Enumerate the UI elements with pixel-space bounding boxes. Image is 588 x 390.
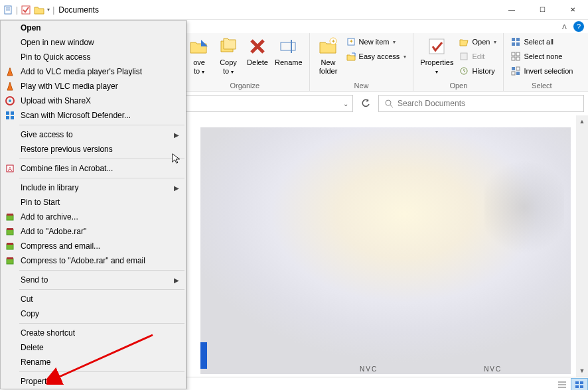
refresh-button[interactable] (357, 95, 374, 112)
svg-text:✦: ✦ (331, 38, 335, 44)
svg-rect-19 (512, 57, 515, 60)
select-none-button[interactable]: Select none (508, 49, 575, 64)
menu-upload-sharex[interactable]: Upload with ShareX (1, 94, 186, 108)
menu-open-new-window[interactable]: Open in new window (1, 35, 186, 50)
chevron-down-icon[interactable]: ⌄ (343, 100, 348, 107)
group-label-organize: Organize (184, 80, 305, 91)
vlc-icon (5, 66, 15, 77)
menu-rename[interactable]: Rename (1, 355, 186, 369)
new-folder-button[interactable]: ✦ New folder (314, 34, 343, 77)
svg-rect-45 (7, 228, 13, 230)
menu-combine-acrobat[interactable]: ACombine files in Acrobat... (1, 161, 186, 176)
new-item-icon: ✦ (346, 36, 356, 47)
select-none-icon (510, 51, 521, 62)
svg-rect-13 (512, 38, 515, 41)
context-menu: Open Open in new window Pin to Quick acc… (0, 20, 186, 389)
maximize-button[interactable]: ☐ (527, 0, 557, 20)
svg-rect-32 (575, 385, 579, 388)
easy-access-button[interactable]: Easy access▾ (343, 49, 409, 64)
close-button[interactable]: ✕ (557, 0, 588, 20)
sharex-icon (5, 96, 15, 106)
menu-create-shortcut[interactable]: Create shortcut (1, 326, 186, 340)
menu-delete[interactable]: Delete (1, 340, 186, 355)
svg-point-35 (9, 99, 11, 102)
menu-add-rar[interactable]: Add to "Adobe.rar" (1, 224, 186, 239)
svg-rect-11 (461, 53, 467, 60)
menu-open[interactable]: Open (1, 21, 186, 35)
svg-rect-42 (7, 215, 13, 220)
minimize-button[interactable]: — (496, 0, 527, 20)
delete-button[interactable]: Delete (243, 34, 272, 68)
menu-cut[interactable]: Cut (1, 292, 186, 306)
select-all-button[interactable]: Select all (508, 34, 575, 49)
svg-rect-47 (7, 243, 13, 245)
group-organize: ove to ▾ Copy to ▾ Delete Rename Organiz… (181, 33, 310, 91)
check-icon[interactable] (21, 5, 31, 15)
svg-rect-23 (512, 72, 515, 75)
menu-give-access[interactable]: Give access to▶ (1, 127, 186, 142)
group-select: Select all Select none Invert selection … (504, 33, 579, 91)
acrobat-icon: A (5, 163, 15, 174)
menu-play-vlc[interactable]: Play with VLC media player (1, 79, 186, 94)
group-open: Properties▾ Open▾ Edit History Open (413, 33, 504, 91)
thumbnails-view-button[interactable] (571, 378, 588, 391)
menu-properties[interactable]: Properties (1, 374, 186, 389)
menu-compress-email[interactable]: Compress and email... (1, 239, 186, 253)
qat-separator: | (52, 5, 54, 15)
svg-rect-4 (281, 42, 295, 50)
defender-icon (5, 110, 15, 121)
menu-copy[interactable]: Copy (1, 306, 186, 321)
svg-rect-15 (512, 42, 515, 46)
winrar-icon (5, 255, 15, 266)
selection-fragment (200, 342, 207, 369)
search-box[interactable]: Search Documents (378, 95, 584, 112)
svg-rect-48 (7, 259, 13, 264)
move-to-button[interactable]: ove to ▾ (184, 34, 214, 78)
invert-selection-button[interactable]: Invert selection (508, 64, 575, 78)
open-button[interactable]: Open▾ (456, 34, 499, 49)
help-icon[interactable]: ? (573, 21, 584, 32)
search-icon (384, 99, 394, 108)
group-label-select: Select (508, 80, 575, 91)
history-icon (459, 66, 469, 76)
copy-to-button[interactable]: Copy to ▾ (214, 34, 243, 78)
file-preview: NVCNVC (200, 127, 571, 374)
vertical-scrollbar[interactable]: ▲ ▼ (576, 115, 588, 377)
svg-rect-39 (11, 116, 14, 119)
chevron-right-icon: ▶ (174, 131, 179, 139)
menu-restore-versions[interactable]: Restore previous versions (1, 142, 186, 157)
group-label-new: New (314, 80, 409, 91)
winrar-icon (5, 226, 15, 237)
menu-send-to[interactable]: Send to▶ (1, 273, 186, 287)
svg-rect-10 (429, 39, 444, 54)
menu-add-archive[interactable]: Add to archive... (1, 210, 186, 224)
new-item-button[interactable]: ✦New item▾ (343, 34, 409, 49)
chevron-right-icon: ▶ (174, 184, 179, 192)
svg-rect-24 (516, 72, 520, 75)
address-bar[interactable]: ⌄ (181, 95, 353, 112)
search-placeholder: Search Documents (398, 99, 465, 108)
menu-compress-rar-email[interactable]: Compress to "Adobe.rar" and email (1, 253, 186, 268)
menu-pin-quick-access[interactable]: Pin to Quick access (1, 50, 186, 64)
svg-rect-21 (512, 67, 515, 70)
svg-rect-22 (516, 67, 520, 70)
svg-rect-18 (516, 52, 520, 56)
svg-rect-46 (7, 244, 13, 249)
svg-rect-37 (11, 111, 14, 115)
properties-button[interactable]: Properties▾ (417, 34, 456, 78)
winrar-icon (5, 212, 15, 222)
chevron-up-icon[interactable]: ᐱ (562, 23, 567, 31)
details-view-button[interactable] (553, 378, 571, 391)
menu-pin-start[interactable]: Pin to Start (1, 195, 186, 210)
svg-rect-43 (7, 214, 13, 216)
rename-button[interactable]: Rename (272, 34, 305, 68)
history-button[interactable]: History (456, 64, 499, 78)
menu-scan-defender[interactable]: Scan with Microsoft Defender... (1, 108, 186, 123)
qat-dropdown-icon[interactable]: ▾ (47, 7, 50, 13)
menu-add-vlc-playlist[interactable]: Add to VLC media player's Playlist (1, 64, 186, 79)
scroll-down-icon[interactable]: ▼ (576, 365, 588, 377)
menu-include-library[interactable]: Include in library▶ (1, 180, 186, 195)
vlc-icon (5, 81, 15, 92)
scroll-up-icon[interactable]: ▲ (576, 115, 588, 127)
svg-rect-38 (6, 116, 9, 119)
